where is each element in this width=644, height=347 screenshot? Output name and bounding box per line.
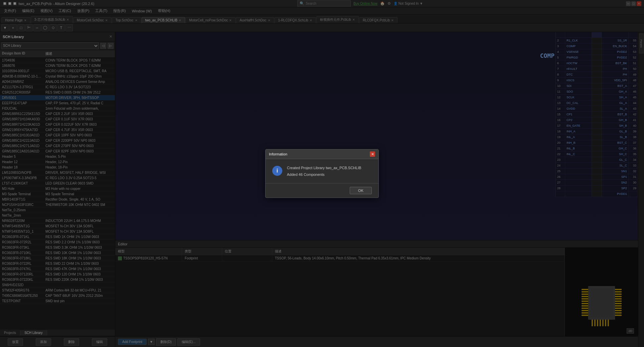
dialog-ok-button[interactable]: OK (350, 187, 372, 194)
dialog-message-line2: Added 46 Components (287, 172, 361, 177)
dialog-title-bar: Information ✕ (266, 149, 378, 159)
information-dialog: Information ✕ i Created Project Library … (265, 149, 379, 198)
dialog-title: Information (269, 152, 287, 156)
dialog-footer: OK (266, 183, 378, 198)
dialog-close-button[interactable]: ✕ (370, 151, 375, 157)
dialog-message-line1: Created Project Library two_ax_PCB.SCHLI… (287, 166, 361, 170)
dialog-text: Created Project Library two_ax_PCB.SCHLI… (287, 166, 361, 177)
dialog-body: i Created Project Library two_ax_PCB.SCH… (266, 159, 378, 183)
dialog-info-icon: i (272, 166, 282, 176)
dialog-overlay: Information ✕ i Created Project Library … (0, 0, 644, 347)
